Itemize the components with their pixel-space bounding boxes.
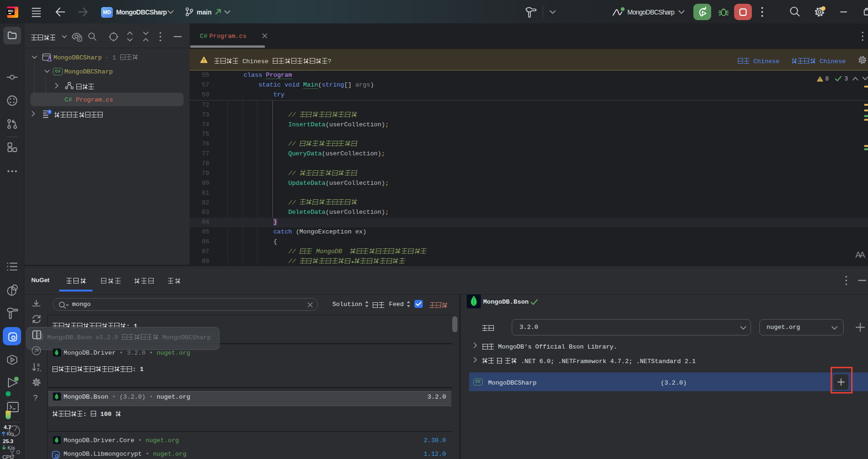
- svg-text:z: z: [37, 366, 39, 372]
